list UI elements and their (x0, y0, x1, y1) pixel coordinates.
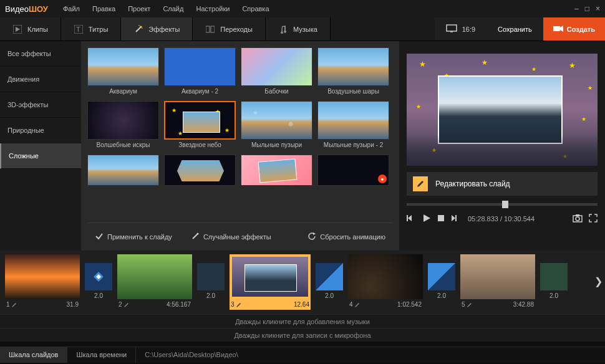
apply-to-slide-button[interactable]: Применить к слайду (87, 228, 180, 246)
status-tab-time[interactable]: Шкала времени (67, 347, 136, 363)
check-icon (95, 232, 104, 242)
timeline[interactable]: 1 31.9 2.0 2 4:56.167 2.0 3 12.64 2.0 4 … (0, 251, 605, 314)
tab-music[interactable]: Музыка (266, 17, 331, 41)
timeline-clip[interactable]: 2 4:56.167 (117, 254, 192, 310)
camera-icon (553, 25, 563, 34)
menu-project[interactable]: Проект (123, 2, 155, 15)
svg-marker-13 (560, 26, 563, 32)
effect-item[interactable] (87, 155, 159, 186)
svg-point-5 (140, 26, 142, 27)
tab-label: Эффекты (148, 26, 180, 33)
menu-help[interactable]: Справка (237, 2, 274, 15)
menu-slide[interactable]: Слайд (158, 2, 188, 15)
record-badge-icon: ● (378, 175, 387, 183)
reset-animation-button[interactable]: Сбросить анимацию (300, 228, 393, 246)
tab-effects[interactable]: Эффекты (121, 17, 193, 41)
timeline-transition[interactable]: 2.0 (84, 254, 114, 299)
pencil-icon (413, 176, 428, 191)
minimize-icon[interactable]: – (574, 4, 579, 13)
edit-slide-button[interactable]: Редактировать слайд (407, 172, 598, 196)
preview-canvas[interactable]: ★★★★★★★★★★ (407, 54, 598, 166)
timeline-transition[interactable]: 2.0 (314, 254, 344, 299)
category-sidebar: Все эффекты Движения 3D-эффекты Природны… (0, 41, 81, 251)
effect-item[interactable]: Бабочки (241, 47, 312, 98)
menu-file[interactable]: Файл (58, 2, 85, 15)
monitor-icon (446, 24, 457, 34)
svg-marker-17 (408, 215, 412, 221)
cat-all[interactable]: Все эффекты (0, 41, 81, 67)
effect-item[interactable]: Мыльные пузыри - 2 (317, 101, 389, 152)
effect-item[interactable]: Волшебные искры (87, 101, 159, 152)
timeline-transition[interactable]: 2.0 (427, 254, 457, 299)
snapshot-icon[interactable] (573, 214, 583, 224)
effect-item[interactable] (241, 155, 312, 186)
status-tab-slides[interactable]: Шкала слайдов (0, 347, 67, 363)
play-icon[interactable] (422, 213, 432, 224)
effect-item[interactable]: ★★★★★ Звездное небо (164, 101, 236, 152)
playhead-slider[interactable] (407, 203, 598, 206)
main-content: Все эффекты Движения 3D-эффекты Природны… (0, 41, 605, 251)
effect-item[interactable] (164, 155, 236, 186)
close-icon[interactable]: × (596, 4, 600, 13)
music-track-hint[interactable]: Дважды кликните для добавления музыки (0, 314, 605, 328)
stop-icon[interactable] (437, 214, 445, 224)
play-icon (12, 24, 22, 34)
timeline-clip[interactable]: 5 3:42.88 (460, 254, 535, 310)
svg-rect-12 (553, 26, 560, 31)
tab-label: Переходы (220, 26, 253, 33)
random-effects-button[interactable]: Случайные эффекты (183, 228, 279, 246)
svg-point-24 (576, 217, 579, 221)
playback-controls: 05:28.833 / 10:30.544 (407, 213, 598, 224)
text-icon: T (74, 24, 84, 34)
pencil-icon (123, 302, 130, 308)
tab-transitions[interactable]: Переходы (193, 17, 266, 41)
svg-rect-18 (407, 215, 408, 221)
menu-edit[interactable]: Правка (87, 2, 120, 15)
tab-titles[interactable]: T Титры (61, 17, 121, 41)
next-icon[interactable] (450, 214, 460, 224)
svg-point-7 (142, 27, 143, 29)
svg-rect-8 (206, 26, 210, 32)
cat-3d[interactable]: 3D-эффекты (0, 92, 81, 118)
cat-motion[interactable]: Движения (0, 67, 81, 92)
tab-clips[interactable]: Клипы (0, 17, 61, 41)
svg-rect-22 (455, 215, 457, 221)
mic-track-hint[interactable]: Дважды кликните для записи с микрофона (0, 328, 605, 342)
create-label: Создать (567, 26, 595, 33)
prev-icon[interactable] (407, 214, 417, 224)
save-button[interactable]: Сохранить (486, 17, 543, 41)
effect-item[interactable]: Мыльные пузыри (241, 101, 312, 152)
svg-rect-25 (576, 214, 579, 216)
effect-item[interactable]: Аквариум - 2 (164, 47, 236, 98)
aspect-ratio[interactable]: 16:9 (435, 17, 486, 41)
svg-text:T: T (76, 26, 80, 33)
playback-time: 05:28.833 / 10:30.544 (468, 215, 535, 223)
timeline-clip-current[interactable]: 3 12.64 (230, 254, 311, 310)
svg-marker-16 (313, 232, 316, 235)
create-button[interactable]: Создать (543, 17, 605, 41)
svg-line-4 (136, 27, 141, 32)
timeline-clip[interactable]: 4 1:02.542 (348, 254, 423, 310)
timeline-clip[interactable]: 1 31.9 (5, 254, 80, 310)
pencil-icon (11, 302, 17, 308)
svg-rect-20 (438, 215, 444, 221)
effect-item[interactable]: ● (317, 155, 389, 186)
main-menu: Файл Правка Проект Слайд Настройки Справ… (58, 2, 274, 15)
effects-grid: Аквариум Аквариум - 2 Бабочки Воздушные … (87, 47, 393, 223)
timeline-scroll-right-icon[interactable]: ❯ (594, 275, 603, 287)
cat-nature[interactable]: Природные (0, 118, 81, 143)
music-icon (278, 24, 288, 34)
fullscreen-icon[interactable] (589, 214, 598, 224)
svg-rect-10 (447, 25, 457, 31)
effect-item[interactable]: Воздушные шары (317, 47, 389, 98)
cat-complex[interactable]: Сложные (0, 143, 81, 169)
maximize-icon[interactable]: □ (585, 4, 589, 13)
tab-label: Клипы (27, 26, 48, 33)
pencil-icon (467, 302, 473, 308)
svg-marker-21 (452, 215, 455, 221)
timeline-transition[interactable]: 2.0 (196, 254, 226, 299)
wand-icon (191, 232, 200, 242)
menu-settings[interactable]: Настройки (191, 2, 235, 15)
timeline-transition[interactable]: 2.0 (539, 254, 569, 299)
effect-item[interactable]: Аквариум (87, 47, 159, 98)
